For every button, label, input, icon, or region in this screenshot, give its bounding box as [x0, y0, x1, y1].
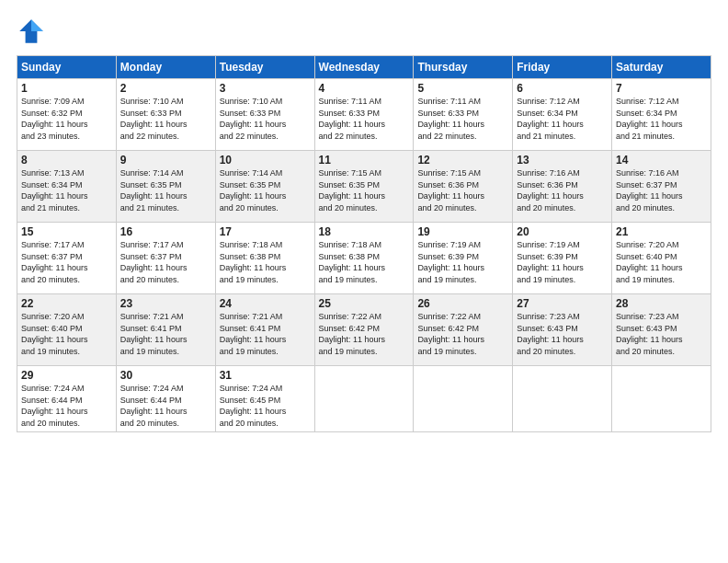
day-number: 21	[616, 225, 707, 238]
day-info: Sunrise: 7:10 AM Sunset: 6:33 PM Dayligh…	[220, 96, 311, 142]
day-info: Sunrise: 7:22 AM Sunset: 6:42 PM Dayligh…	[319, 311, 410, 357]
day-info: Sunrise: 7:12 AM Sunset: 6:34 PM Dayligh…	[616, 96, 707, 142]
day-number: 31	[220, 369, 311, 382]
day-info: Sunrise: 7:14 AM Sunset: 6:35 PM Dayligh…	[220, 167, 311, 213]
day-info: Sunrise: 7:10 AM Sunset: 6:33 PM Dayligh…	[120, 96, 211, 142]
day-info: Sunrise: 7:09 AM Sunset: 6:32 PM Dayligh…	[21, 96, 112, 142]
day-info: Sunrise: 7:23 AM Sunset: 6:43 PM Dayligh…	[616, 311, 707, 357]
day-info: Sunrise: 7:24 AM Sunset: 6:44 PM Dayligh…	[120, 383, 211, 429]
day-info: Sunrise: 7:15 AM Sunset: 6:36 PM Dayligh…	[417, 167, 508, 213]
calendar-cell: 9Sunrise: 7:14 AM Sunset: 6:35 PM Daylig…	[116, 151, 215, 223]
calendar-cell: 22Sunrise: 7:20 AM Sunset: 6:40 PM Dayli…	[17, 294, 117, 366]
calendar-cell: 19Sunrise: 7:19 AM Sunset: 6:39 PM Dayli…	[414, 223, 513, 294]
calendar-cell: 14Sunrise: 7:16 AM Sunset: 6:37 PM Dayli…	[612, 151, 711, 223]
day-number: 6	[517, 82, 608, 95]
calendar-cell: 31Sunrise: 7:24 AM Sunset: 6:45 PM Dayli…	[215, 366, 314, 432]
day-number: 15	[21, 225, 112, 238]
calendar-cell: 5Sunrise: 7:11 AM Sunset: 6:33 PM Daylig…	[414, 79, 513, 151]
day-info: Sunrise: 7:22 AM Sunset: 6:42 PM Dayligh…	[417, 311, 508, 357]
calendar-cell: 21Sunrise: 7:20 AM Sunset: 6:40 PM Dayli…	[612, 223, 711, 294]
calendar-cell: 2Sunrise: 7:10 AM Sunset: 6:33 PM Daylig…	[116, 79, 215, 151]
day-info: Sunrise: 7:18 AM Sunset: 6:38 PM Dayligh…	[319, 239, 410, 285]
calendar-cell: 11Sunrise: 7:15 AM Sunset: 6:35 PM Dayli…	[314, 151, 414, 223]
day-info: Sunrise: 7:14 AM Sunset: 6:35 PM Dayligh…	[120, 167, 211, 213]
page: SundayMondayTuesdayWednesdayThursdayFrid…	[0, 0, 728, 563]
day-header-saturday: Saturday	[612, 56, 711, 79]
day-number: 27	[517, 297, 608, 310]
calendar-cell: 15Sunrise: 7:17 AM Sunset: 6:37 PM Dayli…	[17, 223, 117, 294]
header	[17, 17, 711, 46]
day-number: 4	[319, 82, 410, 95]
day-number: 22	[21, 297, 112, 310]
day-info: Sunrise: 7:20 AM Sunset: 6:40 PM Dayligh…	[21, 311, 112, 357]
logo	[17, 17, 50, 46]
day-number: 23	[120, 297, 211, 310]
calendar-cell: 25Sunrise: 7:22 AM Sunset: 6:42 PM Dayli…	[314, 294, 414, 366]
day-number: 25	[319, 297, 410, 310]
logo-icon	[17, 17, 46, 46]
day-number: 13	[517, 154, 608, 167]
day-info: Sunrise: 7:18 AM Sunset: 6:38 PM Dayligh…	[220, 239, 311, 285]
calendar-cell: 6Sunrise: 7:12 AM Sunset: 6:34 PM Daylig…	[513, 79, 612, 151]
calendar-cell	[414, 366, 513, 432]
calendar-cell: 7Sunrise: 7:12 AM Sunset: 6:34 PM Daylig…	[612, 79, 711, 151]
day-info: Sunrise: 7:17 AM Sunset: 6:37 PM Dayligh…	[21, 239, 112, 285]
calendar-cell: 3Sunrise: 7:10 AM Sunset: 6:33 PM Daylig…	[215, 79, 314, 151]
calendar-cell: 20Sunrise: 7:19 AM Sunset: 6:39 PM Dayli…	[513, 223, 612, 294]
calendar-cell: 27Sunrise: 7:23 AM Sunset: 6:43 PM Dayli…	[513, 294, 612, 366]
day-number: 2	[120, 82, 211, 95]
day-number: 3	[220, 82, 311, 95]
calendar-week-row: 22Sunrise: 7:20 AM Sunset: 6:40 PM Dayli…	[17, 294, 711, 366]
day-info: Sunrise: 7:16 AM Sunset: 6:37 PM Dayligh…	[616, 167, 707, 213]
day-number: 26	[417, 297, 508, 310]
day-info: Sunrise: 7:19 AM Sunset: 6:39 PM Dayligh…	[417, 239, 508, 285]
calendar-table: SundayMondayTuesdayWednesdayThursdayFrid…	[17, 55, 711, 432]
day-header-tuesday: Tuesday	[215, 56, 314, 79]
calendar-cell	[513, 366, 612, 432]
day-header-monday: Monday	[116, 56, 215, 79]
calendar-cell: 12Sunrise: 7:15 AM Sunset: 6:36 PM Dayli…	[414, 151, 513, 223]
day-info: Sunrise: 7:11 AM Sunset: 6:33 PM Dayligh…	[319, 96, 410, 142]
day-number: 19	[417, 225, 508, 238]
day-info: Sunrise: 7:11 AM Sunset: 6:33 PM Dayligh…	[417, 96, 508, 142]
day-number: 9	[120, 154, 211, 167]
calendar-cell: 18Sunrise: 7:18 AM Sunset: 6:38 PM Dayli…	[314, 223, 414, 294]
calendar-cell: 23Sunrise: 7:21 AM Sunset: 6:41 PM Dayli…	[116, 294, 215, 366]
day-number: 7	[616, 82, 707, 95]
calendar-cell: 30Sunrise: 7:24 AM Sunset: 6:44 PM Dayli…	[116, 366, 215, 432]
calendar-cell: 16Sunrise: 7:17 AM Sunset: 6:37 PM Dayli…	[116, 223, 215, 294]
day-info: Sunrise: 7:15 AM Sunset: 6:35 PM Dayligh…	[319, 167, 410, 213]
day-info: Sunrise: 7:17 AM Sunset: 6:37 PM Dayligh…	[120, 239, 211, 285]
day-info: Sunrise: 7:23 AM Sunset: 6:43 PM Dayligh…	[517, 311, 608, 357]
day-number: 16	[120, 225, 211, 238]
svg-marker-1	[31, 19, 43, 31]
day-header-friday: Friday	[513, 56, 612, 79]
calendar-cell: 29Sunrise: 7:24 AM Sunset: 6:44 PM Dayli…	[17, 366, 117, 432]
day-number: 14	[616, 154, 707, 167]
day-number: 17	[220, 225, 311, 238]
day-info: Sunrise: 7:24 AM Sunset: 6:45 PM Dayligh…	[220, 383, 311, 429]
day-number: 5	[417, 82, 508, 95]
calendar-week-row: 1Sunrise: 7:09 AM Sunset: 6:32 PM Daylig…	[17, 79, 711, 151]
day-number: 28	[616, 297, 707, 310]
calendar-week-row: 15Sunrise: 7:17 AM Sunset: 6:37 PM Dayli…	[17, 223, 711, 294]
calendar-cell: 1Sunrise: 7:09 AM Sunset: 6:32 PM Daylig…	[17, 79, 117, 151]
calendar-cell: 4Sunrise: 7:11 AM Sunset: 6:33 PM Daylig…	[314, 79, 414, 151]
day-number: 11	[319, 154, 410, 167]
day-info: Sunrise: 7:21 AM Sunset: 6:41 PM Dayligh…	[220, 311, 311, 357]
day-number: 24	[220, 297, 311, 310]
day-header-thursday: Thursday	[414, 56, 513, 79]
day-number: 18	[319, 225, 410, 238]
day-header-sunday: Sunday	[17, 56, 117, 79]
day-number: 12	[417, 154, 508, 167]
day-number: 20	[517, 225, 608, 238]
calendar-cell	[612, 366, 711, 432]
day-info: Sunrise: 7:19 AM Sunset: 6:39 PM Dayligh…	[517, 239, 608, 285]
calendar-week-row: 29Sunrise: 7:24 AM Sunset: 6:44 PM Dayli…	[17, 366, 711, 432]
calendar-cell: 10Sunrise: 7:14 AM Sunset: 6:35 PM Dayli…	[215, 151, 314, 223]
day-number: 29	[21, 369, 112, 382]
day-header-wednesday: Wednesday	[314, 56, 414, 79]
calendar-cell: 26Sunrise: 7:22 AM Sunset: 6:42 PM Dayli…	[414, 294, 513, 366]
day-number: 8	[21, 154, 112, 167]
day-number: 1	[21, 82, 112, 95]
